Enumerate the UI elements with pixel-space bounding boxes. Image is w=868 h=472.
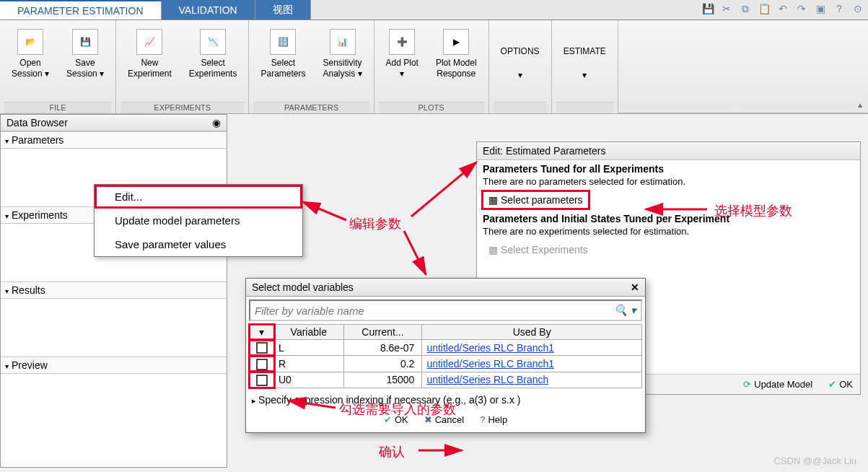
- cell-current: 15000: [343, 372, 422, 388]
- filter-input[interactable]: Filter by variable name🔍 ▾: [249, 300, 642, 321]
- menu-label: Edit...: [115, 191, 142, 203]
- cell-variable: L: [274, 340, 344, 356]
- select-experiments-button[interactable]: 📉Select Experiments: [182, 27, 245, 81]
- save-icon[interactable]: 💾: [701, 1, 715, 16]
- check-icon: ✔: [384, 414, 392, 425]
- cell-usedby-link[interactable]: untitled/Series RLC Branch1: [422, 356, 642, 372]
- cut-icon[interactable]: ✂: [719, 1, 734, 16]
- plot-model-response-button[interactable]: ▶Plot Model Response: [429, 27, 484, 81]
- dropdown-icon[interactable]: ◉: [212, 117, 221, 128]
- btn-label: OK: [839, 379, 853, 390]
- options-button[interactable]: OPTIONS▾: [494, 27, 547, 82]
- undo-icon[interactable]: ↶: [776, 1, 790, 16]
- btn-label: Open Session ▾: [12, 58, 49, 79]
- cell-usedby-link[interactable]: untitled/Series RLC Branch: [422, 372, 642, 388]
- select-parameters-button[interactable]: 🔢Select Parameters: [253, 27, 312, 81]
- section-label: Preview: [12, 359, 48, 371]
- btn-label: Select Experiments: [189, 58, 237, 79]
- dlg-help-button[interactable]: ?Help: [477, 413, 510, 427]
- link-label: Select Experiments: [501, 244, 588, 255]
- redo-icon[interactable]: ↷: [794, 1, 809, 16]
- table-icon: ▦: [488, 194, 498, 206]
- ctx-update-parameters[interactable]: Update model parameters: [95, 209, 302, 232]
- search-icon[interactable]: 🔍 ▾: [614, 304, 636, 317]
- expression-indexing-expander[interactable]: Specify expression indexing if necessary…: [246, 391, 645, 408]
- tab-strip: PARAMETER ESTIMATION VALIDATION 视图 💾 ✂ ⧉…: [0, 0, 868, 20]
- ok-button[interactable]: ✔OK: [825, 377, 856, 391]
- experiment-select-icon: 📉: [200, 29, 226, 55]
- estimate-button[interactable]: ESTIMATE▾: [556, 27, 613, 82]
- watermark: CSDN @@Jack Liu: [773, 455, 856, 466]
- btn-label: Cancel: [435, 414, 464, 425]
- update-model-button[interactable]: ⟳Update Model: [740, 377, 815, 391]
- dlg-cancel-button[interactable]: ✖Cancel: [421, 413, 467, 427]
- tab-label: 视图: [273, 4, 293, 17]
- ctx-save-values[interactable]: Save parameter values: [95, 232, 302, 256]
- table-row: L8.6e-07untitled/Series RLC Branch1: [250, 340, 642, 356]
- placeholder-text: Filter by variable name: [255, 305, 364, 317]
- paste-icon[interactable]: 📋: [757, 1, 771, 16]
- btn-label: Select Parameters: [260, 58, 305, 79]
- sensitivity-icon: 📊: [330, 29, 356, 55]
- save-session-button[interactable]: 💾Save Session ▾: [59, 27, 111, 81]
- new-experiment-button[interactable]: 📈New Experiment: [120, 27, 179, 81]
- expander-label: Specify expression indexing if necessary…: [258, 394, 520, 406]
- link-label: Select parameters: [501, 194, 583, 206]
- row-checkbox[interactable]: [250, 340, 274, 356]
- btn-label: Sensitivity Analysis ▾: [323, 58, 362, 79]
- btn-label: Plot Model Response: [436, 58, 477, 79]
- dlg-ok-button[interactable]: ✔OK: [381, 413, 411, 427]
- select-all-header[interactable]: ▾: [250, 325, 274, 340]
- btn-label: Save Session ▾: [66, 58, 104, 79]
- section-preview[interactable]: Preview: [1, 357, 227, 374]
- tab-parameter-estimation[interactable]: PARAMETER ESTIMATION: [0, 0, 162, 19]
- section-results[interactable]: Results: [1, 281, 227, 299]
- plot-response-icon: ▶: [443, 29, 469, 55]
- add-plot-button[interactable]: ➕Add Plot ▾: [379, 27, 426, 81]
- more-icon[interactable]: ⊙: [851, 1, 865, 16]
- select-model-variables-dialog: Select model variables✕ Filter by variab…: [245, 278, 646, 433]
- data-browser-panel: Data Browser◉ Parameters Experiments Res…: [0, 114, 227, 468]
- sensitivity-analysis-button[interactable]: 📊Sensitivity Analysis ▾: [316, 27, 369, 81]
- ctx-edit[interactable]: Edit...: [95, 185, 302, 209]
- btn-label: OK: [395, 414, 408, 425]
- cell-current: 0.2: [343, 356, 422, 372]
- section-label: Experiments: [12, 209, 68, 221]
- section-label: Parameters: [12, 134, 63, 146]
- group-parameters-label: PARAMETERS: [253, 102, 369, 113]
- parameters-icon: 🔢: [270, 29, 296, 55]
- svg-line-2: [404, 231, 426, 274]
- section-parameters[interactable]: Parameters: [1, 131, 227, 149]
- ribbon-collapse-icon[interactable]: ▴: [858, 100, 862, 110]
- section-heading: Parameters Tuned for all Experiments: [483, 163, 664, 175]
- floppy-icon: 💾: [72, 29, 98, 55]
- anno-edit-params: 编辑参数: [349, 215, 401, 232]
- svg-line-1: [411, 162, 476, 217]
- col-variable: Variable: [274, 325, 344, 340]
- copy-icon[interactable]: ⧉: [738, 1, 753, 16]
- open-session-button[interactable]: 📂Open Session ▾: [4, 27, 56, 81]
- select-parameters-link[interactable]: ▦Select parameters: [483, 191, 589, 209]
- select-experiments-link[interactable]: ▦Select Experiments: [483, 241, 594, 258]
- cell-current: 8.6e-07: [343, 340, 422, 356]
- dialog-title: Select model variables: [252, 281, 354, 293]
- btn-label: Update Model: [754, 379, 812, 390]
- window-icon[interactable]: ▣: [813, 1, 828, 16]
- btn-label: Help: [488, 414, 507, 425]
- add-plot-icon: ➕: [389, 29, 415, 55]
- variables-table: ▾ Variable Current... Used By L8.6e-07un…: [249, 324, 642, 388]
- menu-label: Update model parameters: [115, 214, 240, 227]
- row-checkbox[interactable]: [250, 372, 274, 388]
- tab-validation[interactable]: VALIDATION: [162, 0, 255, 19]
- cell-usedby-link[interactable]: untitled/Series RLC Branch1: [422, 340, 642, 356]
- tab-view[interactable]: 视图: [255, 0, 311, 19]
- close-icon[interactable]: ✕: [631, 281, 639, 293]
- refresh-icon: ⟳: [743, 379, 751, 390]
- col-current: Current...: [343, 325, 422, 340]
- help-icon[interactable]: ?: [832, 1, 846, 16]
- row-checkbox[interactable]: [250, 356, 274, 372]
- context-menu: Edit... Update model parameters Save par…: [94, 184, 303, 257]
- btn-label: ESTIMATE: [564, 46, 606, 57]
- experiment-new-icon: 📈: [136, 29, 162, 55]
- cell-variable: U0: [274, 372, 344, 388]
